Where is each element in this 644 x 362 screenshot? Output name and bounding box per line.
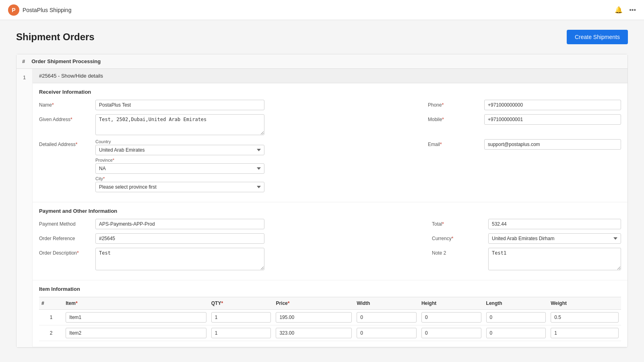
country-sublabel: Country: [95, 139, 264, 144]
total-input[interactable]: [488, 219, 621, 229]
city-group: City* Please select province first: [95, 176, 264, 192]
price-cell: [273, 325, 354, 341]
weight-col-header: Weight: [548, 297, 621, 310]
province-select[interactable]: NA: [95, 163, 264, 174]
height-cell: [419, 310, 484, 325]
address-mobile-row: Given Address* Mobile*: [39, 114, 621, 135]
detailed-address-label: Detailed Address*: [39, 139, 91, 147]
price-input[interactable]: [276, 328, 352, 338]
email-input[interactable]: [484, 139, 621, 150]
item-input[interactable]: [66, 328, 206, 338]
length-cell: [484, 325, 549, 341]
city-sublabel: City*: [95, 176, 264, 181]
detailed-address-email-row: Detailed Address* Country United Arab Em…: [39, 139, 621, 192]
given-address-input[interactable]: [95, 114, 264, 135]
name-label: Name*: [39, 100, 91, 108]
top-navigation: P PostaPlus Shipping 🔔 •••: [0, 0, 644, 20]
page-header: Shipment Orders Create Shipments: [16, 30, 628, 44]
qty-cell: [209, 325, 274, 341]
mobile-label: Mobile*: [428, 114, 480, 122]
currency-select[interactable]: United Arab Emirates Dirham: [488, 233, 621, 244]
items-table-header: # Item* QTY* Price* Width Height Length …: [39, 297, 621, 310]
weight-input[interactable]: [551, 328, 619, 338]
order-detail-header[interactable]: #25645 - Show/Hide details: [33, 69, 627, 83]
country-group: Country United Arab Emirates: [95, 139, 264, 155]
length-input[interactable]: [486, 328, 546, 338]
order-ref-input[interactable]: [95, 233, 264, 244]
mobile-input[interactable]: [484, 114, 621, 125]
items-section-title: Item Information: [39, 286, 621, 292]
phone-input[interactable]: [484, 100, 621, 110]
items-table: # Item* QTY* Price* Width Height Length …: [39, 297, 621, 341]
province-sublabel: Province*: [95, 158, 264, 162]
item-cell: [63, 325, 209, 341]
width-cell: [354, 325, 419, 341]
nav-actions: 🔔 •••: [615, 6, 636, 14]
page-title: Shipment Orders: [16, 31, 95, 43]
processing-column-header: Order Shipment Processing: [31, 58, 101, 64]
items-section: Item Information # Item* QTY* Price* Wid…: [33, 280, 627, 347]
app-branding: P PostaPlus Shipping: [8, 4, 71, 16]
height-col-header: Height: [419, 297, 484, 310]
payment-section-title: Payment and Other Information: [39, 208, 621, 214]
order-detail-title: #25645 - Show/Hide details: [39, 73, 103, 79]
country-select[interactable]: United Arab Emirates: [95, 145, 264, 155]
address-dropdowns: Country United Arab Emirates Province* N…: [95, 139, 264, 192]
notification-icon[interactable]: 🔔: [615, 6, 623, 14]
price-input[interactable]: [276, 312, 352, 323]
price-cell: [273, 310, 354, 325]
city-select[interactable]: Please select province first: [95, 182, 264, 192]
total-label: Total*: [432, 219, 484, 227]
name-input[interactable]: [95, 100, 264, 110]
order-ref-label: Order Reference: [39, 233, 91, 241]
total-group: Total*: [432, 219, 621, 229]
note2-textarea[interactable]: [488, 248, 621, 270]
length-input[interactable]: [486, 312, 546, 323]
desc-note-row: Order Description* Note 2: [39, 248, 621, 270]
item-input[interactable]: [66, 312, 206, 323]
order-table: # Order Shipment Processing 1 #25645 - S…: [16, 54, 628, 348]
width-col-header: Width: [354, 297, 419, 310]
width-input[interactable]: [357, 312, 417, 323]
payment-method-input: [95, 219, 264, 229]
weight-cell: [548, 310, 621, 325]
order-desc-textarea[interactable]: [95, 248, 264, 270]
qty-input[interactable]: [211, 312, 271, 323]
row-num: 1: [39, 310, 63, 325]
order-desc-group: Order Description*: [39, 248, 264, 270]
name-group: Name*: [39, 100, 264, 110]
app-title: PostaPlus Shipping: [23, 7, 71, 13]
receiver-section: Receiver Information Name* Phone*: [33, 83, 627, 202]
qty-cell: [209, 310, 274, 325]
price-col-header: Price*: [273, 297, 354, 310]
receiver-section-title: Receiver Information: [39, 89, 621, 95]
create-shipments-button[interactable]: Create Shipments: [567, 30, 628, 44]
email-group: Email*: [428, 139, 621, 150]
height-input[interactable]: [421, 312, 481, 323]
currency-group: Currency* United Arab Emirates Dirham: [432, 233, 621, 244]
item-cell: [63, 310, 209, 325]
menu-icon[interactable]: •••: [629, 6, 636, 14]
item-col-header: Item*: [63, 297, 209, 310]
payment-section: Payment and Other Information Payment Me…: [33, 202, 627, 280]
order-ref-group: Order Reference: [39, 233, 264, 244]
order-row: 1 #25645 - Show/Hide details Receiver In…: [17, 69, 627, 348]
length-col-header: Length: [484, 297, 549, 310]
length-cell: [484, 310, 549, 325]
table-row: 2: [39, 325, 621, 341]
width-input[interactable]: [357, 328, 417, 338]
order-desc-label: Order Description*: [39, 248, 91, 256]
given-address-group: Given Address*: [39, 114, 264, 135]
province-group: Province* NA: [95, 158, 264, 174]
height-input[interactable]: [421, 328, 481, 338]
weight-cell: [548, 325, 621, 341]
row-number: 1: [17, 69, 33, 347]
qty-input[interactable]: [211, 328, 271, 338]
phone-group: Phone*: [428, 100, 621, 110]
height-cell: [419, 325, 484, 341]
note2-label: Note 2: [432, 248, 484, 256]
hash-col-header: #: [39, 297, 63, 310]
table-row: 1: [39, 310, 621, 325]
weight-input[interactable]: [551, 312, 619, 323]
page-content: Shipment Orders Create Shipments # Order…: [0, 20, 644, 358]
